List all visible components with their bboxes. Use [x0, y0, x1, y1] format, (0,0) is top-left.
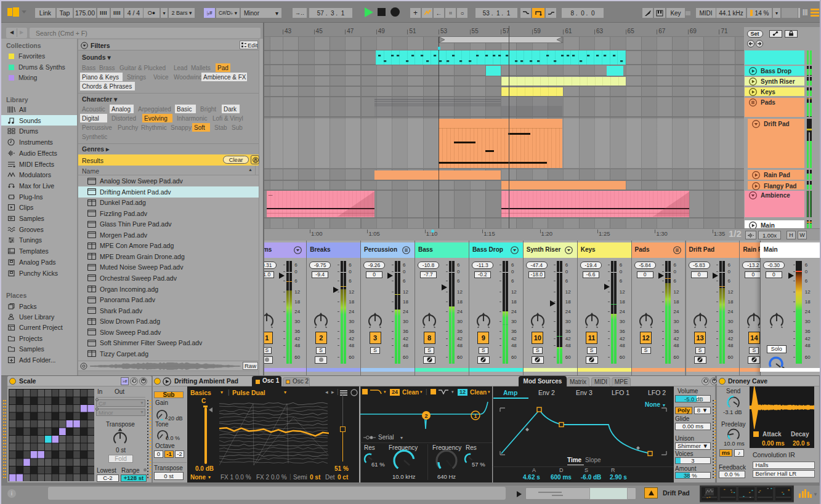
svg-text:1: 1	[474, 413, 477, 419]
svg-text:2: 2	[424, 413, 427, 419]
